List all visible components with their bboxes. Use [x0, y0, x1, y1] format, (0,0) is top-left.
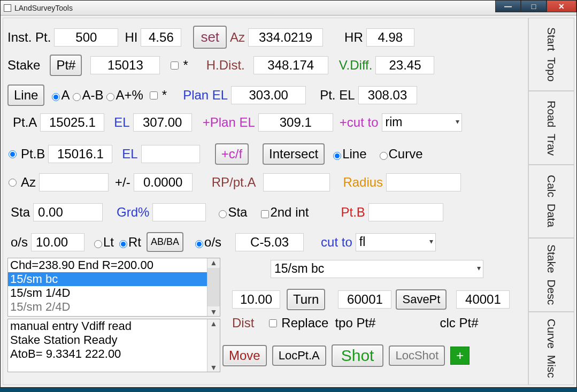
az-input[interactable]	[248, 28, 323, 47]
pm-input[interactable]	[134, 173, 193, 191]
minimize-button[interactable]: —	[495, 1, 521, 12]
clc-pt-input[interactable]	[456, 290, 510, 309]
abba-button[interactable]: AB/BA	[147, 232, 183, 252]
scrollbar[interactable]: ▲▼	[207, 319, 220, 372]
list-item[interactable]: 15/sm 2/4D	[8, 300, 220, 314]
sta-input[interactable]	[33, 203, 103, 221]
locshot-button[interactable]: LocShot	[389, 345, 445, 366]
pplanel-input[interactable]	[258, 113, 333, 132]
dist-label: Dist	[232, 316, 254, 330]
cutto-label: +cut to	[340, 115, 379, 130]
desc-list[interactable]: Chd=238.90 End R=200.00 15/sm bc 15/sm 1…	[7, 258, 220, 317]
close-button[interactable]: ✕	[547, 1, 576, 12]
list-item: AtoB= 9.3341 222.00	[8, 347, 220, 361]
vdiff-input[interactable]	[375, 56, 434, 74]
ptnum-button[interactable]: Pt#	[50, 55, 82, 76]
grd-input[interactable]	[152, 203, 206, 221]
cutto2-label: cut to	[321, 235, 352, 250]
cutto-select[interactable]: rim	[382, 113, 462, 132]
list-item[interactable]: Chd=238.90 End R=200.00	[8, 258, 220, 272]
tab-data-calc[interactable]: Calc Data	[528, 165, 574, 238]
radio-rt[interactable]	[119, 240, 127, 248]
list-item[interactable]: 15/sm 1/4D	[8, 286, 220, 300]
cutto2-select[interactable]: fl	[356, 233, 436, 251]
ptb2-label: Pt.B	[341, 205, 365, 220]
os-input[interactable]	[31, 233, 84, 251]
pplanel-label: +Plan EL	[203, 115, 255, 130]
el-a-label: EL	[114, 115, 129, 130]
el-b-label: EL	[122, 147, 137, 162]
radio-a[interactable]	[52, 93, 60, 101]
clc-pt-label: clc Pt#	[440, 316, 478, 330]
planel-label: Plan EL	[183, 88, 228, 103]
list-item[interactable]: 15/sm bc	[8, 272, 220, 286]
pta-label: Pt.A	[13, 115, 37, 130]
radio-curve[interactable]	[380, 152, 388, 160]
maximize-button[interactable]: □	[521, 1, 547, 12]
tpo-pt-label: tpo Pt#	[335, 316, 375, 330]
set-button[interactable]: set	[193, 26, 227, 49]
intersect-button[interactable]: Intersect	[263, 143, 325, 165]
radius-label: Radius	[343, 175, 383, 190]
hi-input[interactable]	[141, 28, 181, 47]
vdiff-label: V.Diff.	[339, 58, 373, 73]
hdist-label: H.Dist.	[206, 58, 245, 73]
ptb-input[interactable]	[48, 145, 112, 163]
scrollbar[interactable]: ▲▼	[207, 258, 220, 316]
tab-trav-road[interactable]: Road Trav	[528, 91, 574, 164]
list-item: Stake Station Ready	[8, 333, 220, 347]
az2-label: Az	[21, 175, 36, 190]
hr-input[interactable]	[366, 28, 414, 47]
desc-select[interactable]: 15/sm bc	[271, 260, 483, 278]
list-item: manual entry Vdiff read	[8, 319, 220, 333]
stake-star-label: *	[183, 58, 188, 73]
tpo-pt-input[interactable]	[338, 290, 391, 309]
radio-apct[interactable]	[106, 93, 114, 101]
radio-sta[interactable]	[219, 210, 227, 218]
az2-input[interactable]	[39, 173, 109, 191]
cf-button[interactable]: +c/f	[215, 143, 249, 165]
move-button[interactable]: Move	[222, 345, 267, 366]
shot-button[interactable]: Shot	[332, 344, 384, 367]
tab-misc-curve[interactable]: Curve Misc	[528, 312, 574, 385]
rp-input[interactable]	[263, 173, 330, 191]
app-title: LAndSurveyTools	[14, 4, 73, 12]
radio-az[interactable]	[9, 179, 17, 187]
ptb2-input[interactable]	[368, 203, 443, 221]
el-b-input[interactable]	[141, 145, 200, 163]
sta-label: Sta	[11, 205, 30, 220]
pm-label: +/-	[115, 175, 130, 190]
dist-input[interactable]	[232, 290, 280, 309]
plus-button[interactable]: +	[450, 347, 470, 365]
line-star-check[interactable]	[150, 91, 158, 99]
locpta-button[interactable]: LocPt.A	[272, 345, 326, 366]
log-list[interactable]: manual entry Vdiff read Stake Station Re…	[7, 319, 220, 372]
check-2nd-int[interactable]	[261, 210, 269, 218]
ptel-input[interactable]	[358, 86, 417, 104]
hdist-input[interactable]	[253, 56, 328, 74]
savept-button[interactable]: SavePt	[396, 289, 447, 310]
inst-pt-label: Inst. Pt.	[7, 30, 51, 45]
turn-button[interactable]: Turn	[287, 289, 325, 310]
ptel-label: Pt. EL	[320, 88, 355, 103]
grd-label: Grd%	[117, 205, 149, 220]
tab-desc-stake[interactable]: Stake Desc	[528, 238, 574, 311]
radio-ptb[interactable]	[9, 150, 17, 158]
os-r-input[interactable]	[235, 233, 304, 251]
el-a-input[interactable]	[133, 113, 192, 132]
radio-os[interactable]	[195, 240, 203, 248]
os-label: o/s	[11, 235, 28, 250]
line-button[interactable]: Line	[7, 84, 44, 106]
stake-pt-input[interactable]	[90, 56, 160, 74]
app-icon	[4, 4, 11, 12]
radio-ab[interactable]	[73, 93, 81, 101]
planel-input[interactable]	[231, 86, 306, 104]
radio-line[interactable]	[333, 152, 341, 160]
replace-check[interactable]	[269, 319, 277, 327]
stake-star-check[interactable]	[171, 62, 179, 70]
inst-pt-input[interactable]	[54, 28, 118, 47]
tab-topo-start[interactable]: Start Topo	[528, 18, 574, 91]
pta-input[interactable]	[40, 113, 104, 132]
radio-lt[interactable]	[94, 240, 102, 248]
radius-input[interactable]	[386, 173, 461, 191]
